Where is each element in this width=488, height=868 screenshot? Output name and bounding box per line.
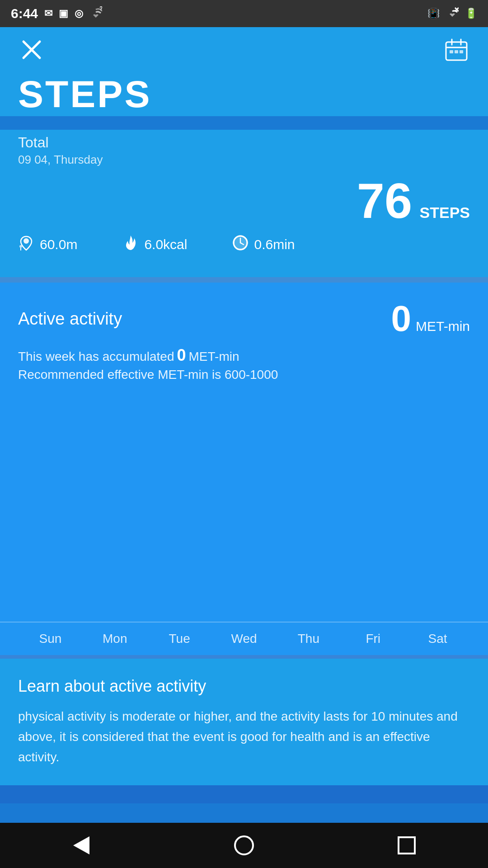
steps-count: 76	[357, 173, 412, 228]
recents-icon	[398, 836, 416, 854]
at-icon: ◎	[75, 8, 83, 19]
accumulated-unit: MET-min	[189, 349, 239, 364]
back-icon	[73, 836, 89, 854]
battery-icon: 🔋	[465, 8, 477, 19]
active-activity-section: Active activity 0 MET-min This week has …	[0, 283, 488, 396]
learn-description: physical activity is moderate or higher,…	[18, 707, 470, 767]
svg-rect-11	[460, 50, 463, 53]
bottom-separator	[0, 785, 488, 803]
day-sat: Sat	[405, 632, 470, 646]
learn-section: Learn about active activity physical act…	[0, 659, 488, 785]
nav-bar	[0, 823, 488, 868]
status-time: 6:44	[11, 6, 38, 21]
page-title: STEPS	[18, 72, 470, 116]
status-bar: 6:44 ✉ ▣ ◎ ? 📳	[0, 0, 488, 27]
wifi-x-icon	[446, 6, 459, 21]
home-icon	[234, 835, 254, 855]
day-mon: Mon	[83, 632, 147, 646]
calories-metric: 6.0kcal	[122, 235, 187, 255]
svg-point-13	[19, 245, 22, 248]
back-button[interactable]	[63, 827, 99, 863]
day-tue: Tue	[147, 632, 212, 646]
active-activity-unit: MET-min	[416, 319, 470, 334]
section-divider	[0, 277, 488, 283]
svg-point-12	[23, 238, 29, 244]
steps-unit: STEPS	[420, 204, 470, 221]
square-icon: ▣	[59, 8, 68, 19]
day-thu: Thu	[276, 632, 341, 646]
stats-section: Total 09 04, Thursday 76 STEPS 60.0m	[0, 130, 488, 277]
learn-section-divider	[0, 655, 488, 659]
day-sun: Sun	[18, 632, 83, 646]
svg-text:?: ?	[99, 6, 102, 12]
flame-icon	[122, 235, 139, 255]
location-icon	[18, 235, 34, 255]
duration-metric: 0.6min	[232, 235, 295, 255]
wifi-question-icon: ?	[89, 6, 102, 21]
home-button[interactable]	[226, 827, 262, 863]
active-activity-value: 0	[391, 301, 412, 337]
chart-area	[0, 396, 488, 622]
active-activity-title: Active activity	[18, 309, 122, 329]
duration-value: 0.6min	[254, 237, 295, 252]
clock-icon	[232, 235, 249, 255]
learn-title: Learn about active activity	[18, 677, 470, 696]
vibrate-icon: 📳	[427, 8, 440, 19]
calories-value: 6.0kcal	[144, 237, 187, 252]
distance-value: 60.0m	[40, 237, 77, 252]
calendar-button[interactable]	[443, 36, 470, 63]
accumulated-value: 0	[177, 346, 186, 365]
accumulated-label: This week has accumulated	[18, 349, 174, 364]
total-label: Total	[18, 134, 470, 151]
recommended-text: Recommended effective MET-min is 600-100…	[18, 368, 470, 382]
day-wed: Wed	[212, 632, 277, 646]
svg-rect-10	[455, 50, 458, 53]
close-icon	[22, 40, 42, 60]
day-fri: Fri	[341, 632, 405, 646]
day-labels: Sun Mon Tue Wed Thu Fri Sat	[0, 622, 488, 655]
recents-button[interactable]	[389, 827, 425, 863]
close-button[interactable]	[18, 36, 45, 63]
stats-date: 09 04, Thursday	[18, 153, 470, 167]
activity-chart	[18, 405, 470, 613]
svg-rect-9	[450, 50, 453, 53]
distance-metric: 60.0m	[18, 235, 77, 255]
header-section: STEPS	[0, 27, 488, 116]
calendar-icon	[445, 38, 468, 61]
gmail-icon: ✉	[44, 8, 52, 19]
accumulated-desc: This week has accumulated 0 MET-min	[18, 346, 470, 365]
